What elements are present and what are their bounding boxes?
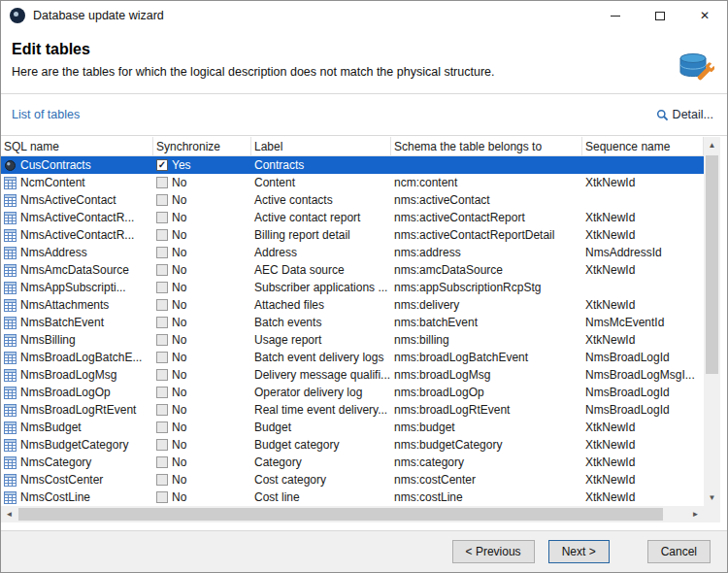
column-header-sql-name[interactable]: SQL name <box>1 137 153 155</box>
table-icon <box>4 387 17 399</box>
previous-button[interactable]: < Previous <box>452 540 535 563</box>
synchronize-text: No <box>172 211 186 224</box>
column-header-synchronize[interactable]: Synchronize <box>153 137 251 155</box>
sequence-text: XtkNewId <box>585 455 635 469</box>
sql-name-text: CusContracts <box>20 158 91 172</box>
table-row[interactable]: NmsAppSubscripti...NoSubscriber applicat… <box>1 279 704 296</box>
next-button[interactable]: Next > <box>548 540 610 563</box>
synchronize-checkbox[interactable] <box>156 247 168 258</box>
synchronize-checkbox[interactable] <box>156 369 168 381</box>
table-row[interactable]: NmsAmcDataSourceNoAEC Data sourcenms:amc… <box>1 261 704 279</box>
synchronize-checkbox[interactable] <box>156 282 168 293</box>
table-row[interactable]: NmsBroadLogRtEventNoReal time event deli… <box>1 401 704 419</box>
column-header-label[interactable]: Label <box>251 137 391 155</box>
sequence-text: XtkNewId <box>585 263 635 277</box>
horizontal-scrollbar[interactable]: ◄ ► <box>1 506 704 522</box>
scroll-right-button[interactable]: ► <box>687 506 704 522</box>
synchronize-checkbox[interactable] <box>156 229 168 241</box>
scroll-left-button[interactable]: ◄ <box>1 506 17 522</box>
table-row[interactable]: NmsBudgetCategoryNoBudget categorynms:bu… <box>1 436 704 454</box>
synchronize-checkbox[interactable] <box>156 474 168 486</box>
table-icon <box>4 439 17 452</box>
table-row[interactable]: NmsBroadLogOpNoOperator delivery lognms:… <box>1 384 704 401</box>
synchronize-cell: No <box>153 296 251 314</box>
sql-name-cell: NmsBatchEvent <box>1 314 153 331</box>
sql-name-cell: NmsActiveContactR... <box>1 226 153 244</box>
schema-cell: nms:activeContact <box>391 191 582 209</box>
vertical-scroll-thumb[interactable] <box>706 155 718 374</box>
close-button[interactable]: ✕ <box>682 1 727 30</box>
sequence-text: XtkNewId <box>585 490 635 504</box>
synchronize-checkbox[interactable] <box>156 421 168 433</box>
synchronize-checkbox[interactable] <box>156 456 168 468</box>
list-of-tables-link[interactable]: List of tables <box>12 108 80 121</box>
synchronize-checkbox[interactable] <box>156 194 168 206</box>
scroll-down-button[interactable]: ▼ <box>704 489 720 506</box>
table-row[interactable]: NmsActiveContactNoActive contactsnms:act… <box>1 191 704 209</box>
synchronize-checkbox[interactable] <box>156 439 168 451</box>
window-controls: ✕ <box>593 1 727 30</box>
table-body: CusContracts✓YesContractsNcmContentNoCon… <box>1 156 704 506</box>
table-row[interactable]: NmsBroadLogMsgNoDelivery message qualifi… <box>1 366 704 384</box>
synchronize-checkbox[interactable] <box>156 264 168 276</box>
label-cell: Category <box>251 454 391 471</box>
sql-name-cell: NcmContent <box>1 174 153 191</box>
synchronize-checkbox[interactable] <box>156 317 168 328</box>
cancel-button[interactable]: Cancel <box>647 540 711 563</box>
column-header-sequence-name[interactable]: Sequence name <box>582 137 704 155</box>
sequence-cell: NmsMcEventId <box>582 314 704 331</box>
sequence-cell: NmsBroadLogId <box>582 384 704 401</box>
sequence-cell: XtkNewId <box>582 209 704 226</box>
table-row[interactable]: NmsCostLineNoCost linenms:costLineXtkNew… <box>1 489 704 506</box>
table-icon <box>4 212 17 224</box>
table-row[interactable]: NmsActiveContactR...NoActive contact rep… <box>1 209 704 226</box>
table-icon <box>4 317 17 329</box>
scroll-up-button[interactable]: ▲ <box>704 137 720 153</box>
table-icon <box>4 247 17 259</box>
table-row[interactable]: NcmContentNoContentncm:contentXtkNewId <box>1 174 704 191</box>
horizontal-scroll-thumb[interactable] <box>18 508 663 521</box>
sequence-cell: NmsAddressId <box>582 244 704 261</box>
table-row[interactable]: NmsBudgetNoBudgetnms:budgetXtkNewId <box>1 419 704 436</box>
schema-text: nms:billing <box>394 333 449 347</box>
schema-text: ncm:content <box>394 176 457 189</box>
table-icon <box>4 334 17 347</box>
synchronize-checkbox[interactable] <box>156 334 168 346</box>
maximize-button[interactable] <box>638 1 682 30</box>
table-row[interactable]: NmsBatchEventNoBatch eventsnms:batchEven… <box>1 314 704 331</box>
sql-name-text: NmsCostLine <box>20 490 90 504</box>
maximize-icon <box>655 12 665 20</box>
sql-name-text: NmsBroadLogMsg <box>20 368 116 382</box>
table-row[interactable]: NmsAddressNoAddressnms:addressNmsAddress… <box>1 244 704 261</box>
sql-name-text: NmsBatchEvent <box>20 316 104 329</box>
synchronize-checkbox[interactable] <box>156 491 168 503</box>
table-row[interactable]: NmsActiveContactR...NoBilling report det… <box>1 226 704 244</box>
sql-name-cell: NmsBroadLogOp <box>1 384 153 401</box>
sql-name-cell: NmsAmcDataSource <box>1 261 153 279</box>
vertical-scrollbar[interactable]: ▲ ▼ <box>704 137 720 506</box>
synchronize-checkbox[interactable] <box>156 387 168 398</box>
label-cell: Billing report detail <box>251 226 391 244</box>
table-row[interactable]: NmsCategoryNoCategorynms:categoryXtkNewI… <box>1 454 704 471</box>
synchronize-checkbox[interactable] <box>156 212 168 223</box>
label-text: Operator delivery log <box>254 386 362 399</box>
table-row[interactable]: NmsBillingNoUsage reportnms:billingXtkNe… <box>1 331 704 349</box>
synchronize-checkbox[interactable] <box>156 352 168 363</box>
synchronize-checkbox[interactable] <box>156 404 168 416</box>
synchronize-checkbox[interactable] <box>156 299 168 311</box>
schema-text: nms:broadLogMsg <box>394 368 490 382</box>
schema-cell: nms:appSubscriptionRcpStg <box>391 279 582 296</box>
table-row[interactable]: NmsCostCenterNoCost categorynms:costCent… <box>1 471 704 489</box>
schema-text: nms:broadLogOp <box>394 386 484 399</box>
synchronize-checkbox[interactable] <box>156 177 168 188</box>
detail-button[interactable]: Detail... <box>656 108 713 121</box>
table-row[interactable]: CusContracts✓YesContracts <box>1 156 704 174</box>
minimize-button[interactable] <box>593 1 638 30</box>
column-header-schema[interactable]: Schema the table belongs to <box>391 137 582 155</box>
synchronize-checkbox[interactable]: ✓ <box>156 159 168 171</box>
table-row[interactable]: NmsBroadLogBatchE...NoBatch event delive… <box>1 349 704 366</box>
table-row[interactable]: NmsAttachmentsNoAttached filesnms:delive… <box>1 296 704 314</box>
schema-cell <box>391 156 582 174</box>
table-icon <box>4 264 17 277</box>
synchronize-text: No <box>172 281 186 294</box>
